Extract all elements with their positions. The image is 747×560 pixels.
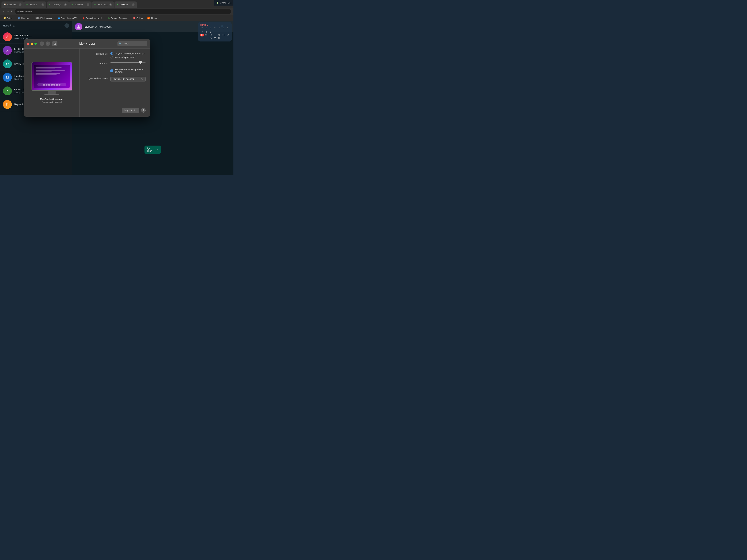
cal-day[interactable]: 26 [217,37,221,39]
brightness-slider[interactable] [110,62,146,62]
minimize-button[interactable] [31,43,33,45]
cal-day[interactable]: 5 [209,31,212,33]
cal-day[interactable] [213,31,217,33]
browser-tab-0[interactable]: 📋 Объявле... × [1,1,24,8]
tab-close-0[interactable]: × [19,3,22,6]
cal-day[interactable] [213,34,217,36]
bookmark-volshebniki[interactable]: ◼ Волшебники (201... [57,17,80,20]
dialog-titlebar: ‹ › ⊞ Мониторы 🔍 Поиск [24,39,150,49]
cal-day[interactable] [200,29,204,30]
cal-day[interactable]: 12 [209,34,212,36]
tab-close-1[interactable]: × [42,3,44,6]
forward-nav-button[interactable]: › [46,42,50,46]
night-shift-button[interactable]: Night Shift... [122,108,139,113]
avatar: М [3,73,12,82]
cal-day[interactable] [217,31,221,33]
maximize-button[interactable] [34,43,37,45]
whatsapp-header: Новый чат ⋮ [0,21,72,30]
slider-thumb[interactable] [139,61,142,64]
forward-button[interactable]: → [7,10,9,13]
whatsapp-menu-icon[interactable]: ⋮ [65,23,69,28]
radio-button-scaled[interactable] [110,56,113,58]
browser-tab-2[interactable]: ✚ Таблица × [47,1,69,8]
bookmark-icon-4: ▶ [83,17,85,19]
url-bar[interactable]: b.whatsapp.com [15,9,231,14]
browser-tab-5[interactable]: ✚ АЙФОН × [114,1,137,8]
tab-close-2[interactable]: × [64,3,67,6]
cal-day[interactable] [200,37,204,39]
refresh-button[interactable]: ↻ [11,10,14,13]
dock-icon [53,84,55,85]
bookmark-billie[interactable]: ♪ Billie Eilish: музык... [32,17,55,20]
cal-day[interactable]: 4 [204,31,208,33]
bookmark-44kom[interactable]: l 44 ком... [146,17,160,20]
cal-day[interactable] [222,29,226,30]
dropdown-arrow-icon: ⌃⌄ [140,78,144,80]
apps-grid-button[interactable]: ⊞ [52,41,57,46]
cal-day[interactable]: 3 [200,31,204,33]
back-nav-button[interactable]: ‹ [40,42,44,46]
bookmark-serial[interactable]: ◉ Сериал Люди см... [106,17,130,20]
cal-day-today[interactable]: 10 [200,34,204,36]
tab-close-3[interactable]: × [87,3,89,6]
day-label-mon: П [200,27,204,29]
cal-day[interactable] [222,31,226,33]
color-profile-value: Цветной ЖК-дисплей [112,78,134,80]
help-button[interactable]: ? [141,108,146,113]
browser-tab-1[interactable]: ✚ Личный × [24,1,46,8]
dock-icon [56,84,58,85]
resolution-option-2[interactable]: Масштабированное [110,56,146,58]
brightness-control [110,62,146,62]
bookmark-label-6: GitHub [136,17,143,19]
bookmark-label-5: Сериал Люди см... [111,17,128,19]
auto-brightness-checkbox[interactable]: ✓ [110,70,113,72]
bookmark-python[interactable]: 📁 Python [2,17,15,20]
avatar: П [3,100,12,109]
bookmark-perviy[interactable]: ▶ Первый канал: Н... [82,17,105,20]
monitor-preview-panel: MacBook Air — user Встроенный дисплей [24,49,80,117]
avatar: О [3,59,12,68]
color-profile-dropdown[interactable]: Цветной ЖК-дисплей ⌃⌄ [110,77,146,81]
cal-day[interactable] [204,37,208,39]
bookmark-novosti[interactable]: В Новости [16,17,31,20]
tab-favicon-1: ✚ [26,3,29,6]
cal-day[interactable]: 19 [222,34,226,36]
menu-bar-extra: 🔋 100 % Moo [214,0,233,5]
browser-tab-4[interactable]: ✚ KAIF - та... × [92,1,114,8]
whatsapp-new-chat-label: Новый чат [3,24,16,27]
tab-close-5[interactable]: × [132,3,134,6]
radio-button-default[interactable] [110,52,113,55]
tab-label-5: АЙФОН [121,3,128,6]
cal-day[interactable]: 18 [217,34,221,36]
monitor-stand [48,91,56,94]
monitors-dialog: ‹ › ⊞ Мониторы 🔍 Поиск [24,39,150,117]
cal-day[interactable]: 11 [204,34,208,36]
monitor-subtitle-label: Встроенный дисплей [42,101,62,103]
monitor-base [45,94,59,95]
back-button[interactable]: ← [2,10,5,13]
cal-day[interactable]: 24 [209,37,212,39]
resolution-label: Разрешение: [84,52,108,55]
cal-day[interactable] [209,29,212,30]
tab-close-4[interactable]: × [109,3,112,6]
cal-day[interactable] [204,29,208,30]
resolution-option-1[interactable]: По умолчанию для монитора [110,52,146,55]
resolution-option-1-label: По умолчанию для монитора [114,52,145,55]
cal-day[interactable]: 25 [213,37,217,39]
close-button[interactable] [27,43,29,45]
bookmark-icon-2: ♪ [33,17,35,19]
auto-brightness-checkbox-row[interactable]: ✓ Автоматически настраивать яркость [110,68,146,73]
color-profile-control: Цветной ЖК-дисплей ⌃⌄ [110,77,146,81]
cal-day[interactable] [217,29,221,30]
cal-day[interactable] [226,31,230,33]
bookmark-label-4: Первый канал: Н... [86,17,104,19]
search-field[interactable]: 🔍 Поиск [118,41,147,46]
whatsapp-header-icons: ⋮ [65,23,69,28]
bookmark-github[interactable]: 🐙 GitHub [131,17,144,20]
cal-day[interactable] [226,29,230,30]
dock-icon [48,84,50,85]
browser-tab-3[interactable]: ✚ Ассорти × [69,1,92,8]
avatar: Х [3,46,12,55]
cal-day[interactable] [213,29,217,30]
cal-day[interactable]: 17 [226,34,230,36]
